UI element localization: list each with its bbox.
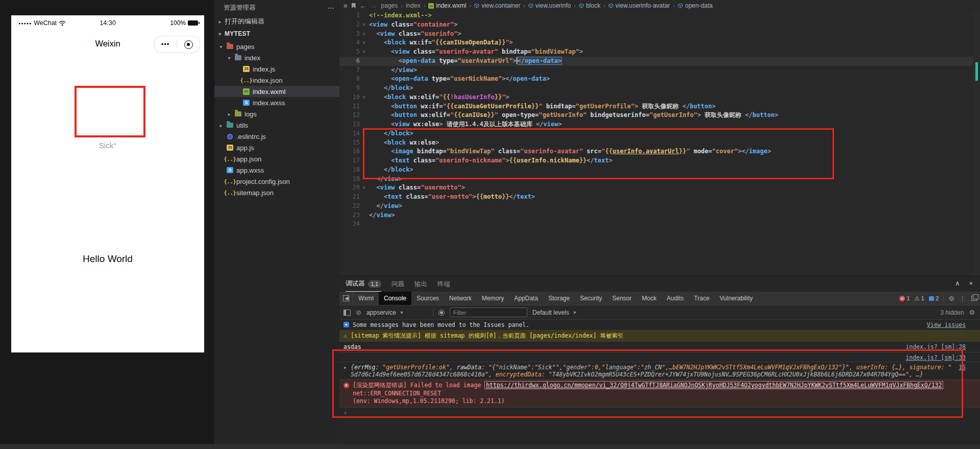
fold-icon[interactable]: ∨: [360, 20, 368, 30]
collapse-panel-icon[interactable]: ∧: [955, 279, 960, 287]
error-counter[interactable]: × 1: [899, 295, 910, 301]
devtools-tab-memory[interactable]: Memory: [477, 292, 509, 305]
expand-arrow-icon[interactable]: ▸: [344, 364, 347, 371]
editor-scrollbar[interactable]: [973, 11, 980, 276]
code-line-18[interactable]: 18 </block>: [339, 166, 973, 175]
file-tree-item-project.config.json[interactable]: {..}project.config.json: [214, 176, 339, 187]
panel-tab-输出[interactable]: 输出: [414, 280, 427, 292]
file-tree-item-logs[interactable]: ▸logs: [214, 108, 339, 120]
devtools-tab-mock[interactable]: Mock: [637, 292, 662, 305]
file-tree-item-index[interactable]: ▾index: [214, 52, 339, 63]
warning-counter[interactable]: ⚠ 1: [915, 295, 924, 302]
bookmark-icon[interactable]: [352, 3, 356, 9]
file-tree-item-index.wxss[interactable]: Sindex.wxss: [214, 97, 339, 108]
panel-tab-问题[interactable]: 问题: [391, 280, 404, 292]
devtools-tab-appdata[interactable]: AppData: [509, 292, 543, 305]
code-line-10[interactable]: 10∨ <block wx:elif="{{!hasUserInfo}}">: [339, 93, 973, 102]
prompt-chevron-icon[interactable]: ›: [344, 409, 347, 416]
hidden-count-label[interactable]: 3 hidden: [940, 309, 964, 316]
devtools-menu-icon[interactable]: ⋮: [959, 295, 966, 302]
panel-tab-终端[interactable]: 终端: [437, 280, 450, 292]
clear-console-icon[interactable]: ⊘: [356, 309, 361, 316]
file-tree-item-.eslintrc.js[interactable]: .eslintrc.js: [214, 131, 339, 142]
console-sidebar-icon[interactable]: [344, 310, 351, 316]
message-counter[interactable]: 2: [929, 295, 939, 301]
file-tree-item-index.json[interactable]: {..}index.json: [214, 75, 339, 86]
devtools-tab-storage[interactable]: Storage: [543, 292, 575, 305]
forward-icon[interactable]: →: [371, 2, 377, 10]
code-line-14[interactable]: 14 </block>: [339, 129, 973, 138]
devtools-tab-sources[interactable]: Sources: [411, 292, 444, 305]
panel-tab-调试器[interactable]: 调试器1,1: [346, 279, 381, 292]
source-link[interactable]: index.js? [sm]:28: [905, 343, 966, 350]
fold-icon[interactable]: ∨: [360, 93, 368, 102]
undock-icon[interactable]: [971, 296, 977, 301]
code-line-7[interactable]: 7 </view>: [339, 66, 973, 75]
file-tree-item-sitemap.json[interactable]: {..}sitemap.json: [214, 187, 339, 198]
breadcrumb-item-index[interactable]: index: [406, 2, 421, 9]
devtools-tab-audits[interactable]: Audits: [662, 292, 689, 305]
failed-image-url-link[interactable]: https://thirdwx.qlogo.cn/mmopen/vi_32/Q0…: [484, 381, 943, 389]
devtools-tab-network[interactable]: Network: [444, 292, 477, 305]
code-line-5[interactable]: 5∨ <view class="userinfo-avatar" bindtap…: [339, 48, 973, 57]
code-line-11[interactable]: 11 <button wx:if="{{canIUseGetUserProfil…: [339, 102, 973, 111]
code-line-4[interactable]: 4∨ <block wx:if="{{canIUseOpenData}}">: [339, 38, 973, 48]
code-line-19[interactable]: 19 </view>: [339, 175, 973, 184]
code-area[interactable]: 1<!--index.wxml-->2∨<view class="contain…: [339, 11, 973, 276]
fold-icon[interactable]: ∨: [360, 48, 368, 57]
user-nickname-label[interactable]: Sick°: [11, 141, 204, 150]
code-line-17[interactable]: 17 <text class="userinfo-nickname">{{use…: [339, 156, 973, 166]
home-icon[interactable]: [177, 40, 200, 49]
object-preview[interactable]: {errMsg: "getUserProfile:ok", rawData: "…: [351, 364, 951, 378]
explorer-section-open-editors[interactable]: ▸打开的编辑器: [214, 15, 339, 28]
fold-icon[interactable]: ∨: [360, 183, 368, 193]
file-tree-item-app.wxss[interactable]: Sapp.wxss: [214, 164, 339, 176]
code-line-6[interactable]: 6 <open-data type="userAvatarUrl"></open…: [339, 57, 973, 66]
devtools-tab-sensor[interactable]: Sensor: [607, 292, 637, 305]
code-line-12[interactable]: 12 <button wx:elif="{{canIUse}}" open-ty…: [339, 111, 973, 120]
filter-input[interactable]: [450, 308, 527, 317]
context-selector[interactable]: appservice ▾: [366, 309, 428, 316]
menu-icon[interactable]: ≡: [344, 2, 348, 10]
file-tree-item-index.wxml[interactable]: <>index.wxml: [214, 86, 339, 97]
breadcrumb-item-pages[interactable]: pages: [381, 2, 398, 9]
devtools-tab-security[interactable]: Security: [575, 292, 607, 305]
file-tree-item-app.json[interactable]: {..}app.json: [214, 153, 339, 164]
code-line-20[interactable]: 20∨ <view class="usermotto">: [339, 183, 973, 193]
source-link[interactable]: index.js? [sm]:33: [905, 354, 966, 361]
code-line-15[interactable]: 15∨ <block wx:else>: [339, 138, 973, 148]
code-line-9[interactable]: 9 </block>: [339, 84, 973, 93]
fold-icon[interactable]: ∨: [360, 38, 368, 48]
breadcrumb-item-open-data[interactable]: open-data: [678, 2, 713, 9]
code-line-21[interactable]: 21 <text class="user-motto">{{motto}}</t…: [339, 193, 973, 202]
explorer-section-project[interactable]: ▾MYTEST: [214, 28, 339, 40]
file-tree-item-pages[interactable]: ▾pages: [214, 41, 339, 52]
code-line-1[interactable]: 1<!--index.wxml-->: [339, 11, 973, 20]
fold-icon[interactable]: ∨: [360, 138, 368, 148]
devtools-tab-vulnerability[interactable]: Vulnerability: [715, 292, 758, 305]
source-link[interactable]: 15: [959, 364, 966, 371]
breadcrumb-item-view.userinfo[interactable]: view.userinfo: [528, 2, 571, 9]
code-line-3[interactable]: 3∨ <view class="userinfo">: [339, 30, 973, 39]
devtools-settings-icon[interactable]: ⚙: [948, 295, 954, 302]
filter-settings-icon[interactable]: ⚙: [969, 309, 975, 316]
file-tree-item-app.js[interactable]: JSapp.js: [214, 142, 339, 153]
code-line-8[interactable]: 8 <open-data type="userNickName"></open-…: [339, 75, 973, 84]
live-expression-icon[interactable]: [438, 310, 445, 316]
file-tree-item-utils[interactable]: ▸utils: [214, 120, 339, 131]
close-panel-icon[interactable]: ×: [969, 279, 973, 287]
capsule-button[interactable]: •••: [154, 36, 200, 53]
code-line-23[interactable]: 23</view>: [339, 211, 973, 220]
code-line-22[interactable]: 22 </view>: [339, 202, 973, 211]
back-icon[interactable]: ←: [360, 2, 366, 10]
code-line-16[interactable]: 16 <image bindtap="bindViewTap" class="u…: [339, 147, 973, 156]
devtools-tab-trace[interactable]: Trace: [689, 292, 715, 305]
file-tree-item-index.js[interactable]: JSindex.js: [214, 63, 339, 75]
breadcrumb-item-view.userinfo-avatar[interactable]: view.userinfo-avatar: [608, 2, 670, 9]
devtools-tab-wxml[interactable]: Wxml: [353, 292, 379, 305]
devtools-tab-console[interactable]: Console: [379, 292, 411, 305]
breadcrumb-item-view.container[interactable]: view.container: [474, 2, 520, 9]
breadcrumb-item-index.wxml[interactable]: <>index.wxml: [428, 2, 466, 9]
explorer-more-icon[interactable]: ⋯: [327, 0, 334, 15]
code-line-2[interactable]: 2∨<view class="container">: [339, 20, 973, 30]
